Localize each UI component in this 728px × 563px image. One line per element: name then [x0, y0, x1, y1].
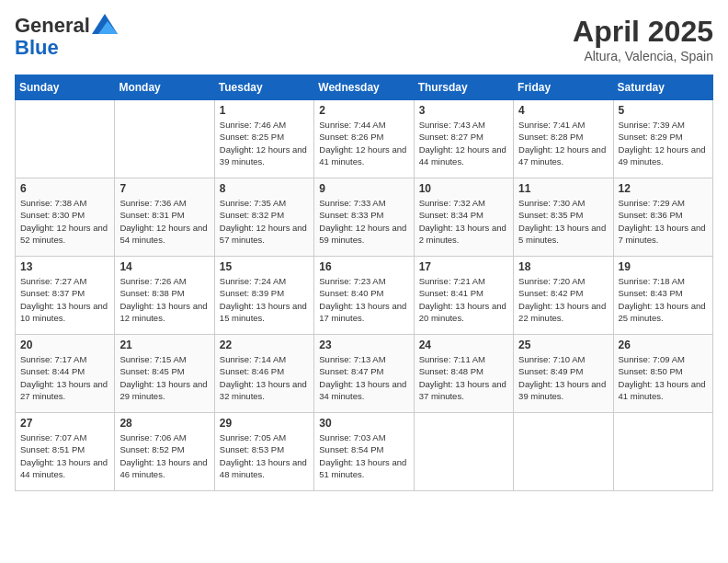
calendar-cell: 4Sunrise: 7:41 AMSunset: 8:28 PMDaylight… — [514, 100, 613, 178]
calendar-cell: 18Sunrise: 7:20 AMSunset: 8:42 PMDayligh… — [514, 257, 613, 335]
calendar-cell: 17Sunrise: 7:21 AMSunset: 8:41 PMDayligh… — [414, 257, 513, 335]
day-number: 21 — [119, 339, 209, 351]
logo: General Blue — [15, 15, 118, 59]
calendar-cell: 23Sunrise: 7:13 AMSunset: 8:47 PMDayligh… — [314, 335, 414, 413]
day-number: 3 — [419, 104, 508, 117]
weekday-header-sunday: Sunday — [16, 75, 115, 100]
day-number: 19 — [619, 260, 708, 273]
week-row-5: 27Sunrise: 7:07 AMSunset: 8:51 PMDayligh… — [16, 413, 713, 491]
day-info: Sunrise: 7:38 AMSunset: 8:30 PMDaylight:… — [20, 197, 109, 246]
weekday-header-saturday: Saturday — [613, 75, 712, 100]
day-info: Sunrise: 7:23 AMSunset: 8:40 PMDaylight:… — [319, 275, 408, 324]
day-number: 27 — [20, 417, 109, 430]
title-area: April 2025 Altura, Valencia, Spain — [573, 15, 713, 63]
calendar-cell: 11Sunrise: 7:30 AMSunset: 8:35 PMDayligh… — [514, 178, 613, 257]
day-number: 1 — [220, 104, 309, 117]
calendar-cell — [414, 413, 513, 491]
day-info: Sunrise: 7:09 AMSunset: 8:50 PMDaylight:… — [619, 353, 708, 402]
calendar-cell: 16Sunrise: 7:23 AMSunset: 8:40 PMDayligh… — [314, 257, 414, 335]
day-number: 14 — [119, 260, 209, 273]
day-info: Sunrise: 7:35 AMSunset: 8:32 PMDaylight:… — [220, 197, 309, 246]
day-info: Sunrise: 7:27 AMSunset: 8:37 PMDaylight:… — [20, 275, 109, 324]
header: General Blue April 2025 Altura, Valencia… — [15, 15, 713, 63]
calendar-cell — [613, 413, 712, 491]
day-number: 24 — [419, 339, 508, 351]
day-number: 13 — [20, 260, 109, 273]
day-info: Sunrise: 7:14 AMSunset: 8:46 PMDaylight:… — [220, 353, 309, 402]
calendar-cell: 24Sunrise: 7:11 AMSunset: 8:48 PMDayligh… — [414, 335, 513, 413]
calendar-cell: 3Sunrise: 7:43 AMSunset: 8:27 PMDaylight… — [414, 100, 513, 178]
weekday-header-row: SundayMondayTuesdayWednesdayThursdayFrid… — [16, 75, 713, 100]
calendar-cell: 14Sunrise: 7:26 AMSunset: 8:38 PMDayligh… — [115, 257, 214, 335]
day-info: Sunrise: 7:33 AMSunset: 8:33 PMDaylight:… — [319, 197, 408, 246]
day-number: 12 — [619, 182, 708, 195]
location: Altura, Valencia, Spain — [573, 49, 713, 63]
day-info: Sunrise: 7:36 AMSunset: 8:31 PMDaylight:… — [119, 197, 209, 246]
day-info: Sunrise: 7:18 AMSunset: 8:43 PMDaylight:… — [619, 275, 708, 324]
calendar-cell: 15Sunrise: 7:24 AMSunset: 8:39 PMDayligh… — [214, 257, 313, 335]
day-info: Sunrise: 7:05 AMSunset: 8:53 PMDaylight:… — [220, 431, 309, 480]
day-number: 25 — [518, 339, 608, 351]
day-number: 23 — [319, 339, 408, 351]
day-info: Sunrise: 7:43 AMSunset: 8:27 PMDaylight:… — [419, 119, 508, 167]
calendar-cell: 20Sunrise: 7:17 AMSunset: 8:44 PMDayligh… — [16, 335, 115, 413]
calendar-cell — [514, 413, 613, 491]
day-number: 5 — [619, 104, 708, 117]
calendar-cell: 27Sunrise: 7:07 AMSunset: 8:51 PMDayligh… — [16, 413, 115, 491]
day-info: Sunrise: 7:32 AMSunset: 8:34 PMDaylight:… — [419, 197, 508, 246]
day-info: Sunrise: 7:30 AMSunset: 8:35 PMDaylight:… — [518, 197, 608, 246]
calendar-cell: 5Sunrise: 7:39 AMSunset: 8:29 PMDaylight… — [613, 100, 712, 178]
logo-icon — [92, 14, 118, 34]
day-number: 30 — [319, 417, 408, 430]
calendar-cell: 7Sunrise: 7:36 AMSunset: 8:31 PMDaylight… — [115, 178, 214, 257]
calendar-cell — [115, 100, 214, 178]
calendar-cell: 22Sunrise: 7:14 AMSunset: 8:46 PMDayligh… — [214, 335, 313, 413]
day-info: Sunrise: 7:26 AMSunset: 8:38 PMDaylight:… — [119, 275, 209, 324]
logo-blue: Blue — [15, 36, 59, 59]
day-info: Sunrise: 7:46 AMSunset: 8:25 PMDaylight:… — [220, 119, 309, 167]
day-info: Sunrise: 7:13 AMSunset: 8:47 PMDaylight:… — [319, 353, 408, 402]
weekday-header-monday: Monday — [115, 75, 214, 100]
day-number: 11 — [518, 182, 608, 195]
calendar-cell: 1Sunrise: 7:46 AMSunset: 8:25 PMDaylight… — [214, 100, 313, 178]
day-number: 2 — [319, 104, 408, 117]
day-info: Sunrise: 7:41 AMSunset: 8:28 PMDaylight:… — [518, 119, 608, 167]
calendar-cell: 13Sunrise: 7:27 AMSunset: 8:37 PMDayligh… — [16, 257, 115, 335]
calendar-cell: 8Sunrise: 7:35 AMSunset: 8:32 PMDaylight… — [214, 178, 313, 257]
day-info: Sunrise: 7:06 AMSunset: 8:52 PMDaylight:… — [119, 431, 209, 480]
calendar-cell: 2Sunrise: 7:44 AMSunset: 8:26 PMDaylight… — [314, 100, 414, 178]
calendar-cell: 9Sunrise: 7:33 AMSunset: 8:33 PMDaylight… — [314, 178, 414, 257]
day-number: 22 — [220, 339, 309, 351]
calendar-cell: 29Sunrise: 7:05 AMSunset: 8:53 PMDayligh… — [214, 413, 313, 491]
day-number: 9 — [319, 182, 408, 195]
weekday-header-thursday: Thursday — [414, 75, 513, 100]
day-number: 6 — [20, 182, 109, 195]
day-info: Sunrise: 7:17 AMSunset: 8:44 PMDaylight:… — [20, 353, 109, 402]
day-info: Sunrise: 7:24 AMSunset: 8:39 PMDaylight:… — [220, 275, 309, 324]
day-info: Sunrise: 7:15 AMSunset: 8:45 PMDaylight:… — [119, 353, 209, 402]
month-title: April 2025 — [573, 15, 713, 49]
day-number: 8 — [220, 182, 309, 195]
calendar-cell: 26Sunrise: 7:09 AMSunset: 8:50 PMDayligh… — [613, 335, 712, 413]
day-number: 7 — [119, 182, 209, 195]
weekday-header-friday: Friday — [514, 75, 613, 100]
calendar-cell: 25Sunrise: 7:10 AMSunset: 8:49 PMDayligh… — [514, 335, 613, 413]
weekday-header-tuesday: Tuesday — [214, 75, 313, 100]
calendar-cell: 19Sunrise: 7:18 AMSunset: 8:43 PMDayligh… — [613, 257, 712, 335]
day-number: 28 — [119, 417, 209, 430]
day-info: Sunrise: 7:44 AMSunset: 8:26 PMDaylight:… — [319, 119, 408, 167]
day-info: Sunrise: 7:29 AMSunset: 8:36 PMDaylight:… — [619, 197, 708, 246]
day-number: 20 — [20, 339, 109, 351]
day-info: Sunrise: 7:03 AMSunset: 8:54 PMDaylight:… — [319, 431, 408, 480]
weekday-header-wednesday: Wednesday — [314, 75, 414, 100]
week-row-2: 6Sunrise: 7:38 AMSunset: 8:30 PMDaylight… — [16, 178, 713, 257]
week-row-3: 13Sunrise: 7:27 AMSunset: 8:37 PMDayligh… — [16, 257, 713, 335]
day-info: Sunrise: 7:21 AMSunset: 8:41 PMDaylight:… — [419, 275, 508, 324]
day-info: Sunrise: 7:39 AMSunset: 8:29 PMDaylight:… — [619, 119, 708, 167]
calendar-cell — [16, 100, 115, 178]
day-number: 17 — [419, 260, 508, 273]
day-info: Sunrise: 7:07 AMSunset: 8:51 PMDaylight:… — [20, 431, 109, 480]
calendar-cell: 6Sunrise: 7:38 AMSunset: 8:30 PMDaylight… — [16, 178, 115, 257]
calendar-cell: 10Sunrise: 7:32 AMSunset: 8:34 PMDayligh… — [414, 178, 513, 257]
week-row-4: 20Sunrise: 7:17 AMSunset: 8:44 PMDayligh… — [16, 335, 713, 413]
